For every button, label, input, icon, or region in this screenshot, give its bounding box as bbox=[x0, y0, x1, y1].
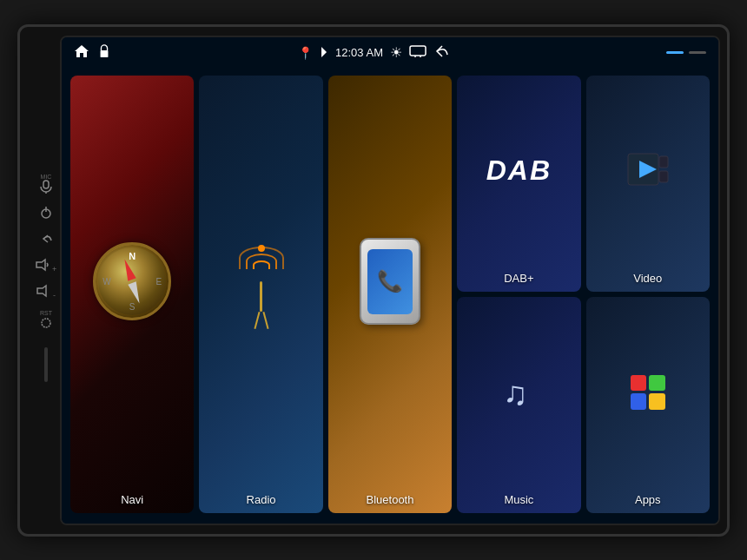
radio-tile[interactable]: Radio bbox=[199, 76, 322, 513]
radio-label: Radio bbox=[247, 493, 276, 506]
status-left bbox=[74, 44, 110, 61]
svg-marker-7 bbox=[75, 45, 89, 57]
radio-icon-area bbox=[199, 76, 322, 488]
apps-grid-icon bbox=[631, 375, 665, 410]
dab-label: DAB+ bbox=[504, 272, 533, 285]
bluetooth-label: Bluetooth bbox=[367, 493, 414, 506]
lock-icon bbox=[98, 44, 110, 61]
navi-label: Navi bbox=[121, 493, 143, 506]
apps-cell-yellow bbox=[649, 393, 665, 410]
dab-text: DAB bbox=[486, 155, 552, 187]
apps-cell-blue bbox=[631, 393, 647, 410]
page-indicators bbox=[666, 51, 706, 54]
svg-text:♫: ♫ bbox=[503, 375, 528, 412]
apps-label: Apps bbox=[635, 493, 661, 506]
video-tile[interactable]: Video bbox=[586, 76, 710, 292]
navi-icon-area: N S E W bbox=[70, 76, 194, 488]
music-tile[interactable]: ♫ Music bbox=[457, 297, 580, 513]
music-note-icon: ♫ bbox=[499, 373, 538, 412]
reset-button[interactable]: RST bbox=[39, 310, 53, 332]
time-display: 12:03 AM bbox=[335, 46, 383, 59]
svg-marker-5 bbox=[37, 286, 46, 296]
navi-tile[interactable]: N S E W Navi bbox=[70, 76, 194, 513]
status-bar: 📍 12:03 AM ☀ bbox=[62, 37, 718, 69]
brightness-icon: ☀ bbox=[390, 44, 402, 61]
apps-cell-red bbox=[631, 375, 647, 392]
volume-up-button[interactable]: + bbox=[36, 258, 56, 273]
apps-icon-area bbox=[586, 297, 710, 488]
svg-rect-0 bbox=[43, 181, 49, 188]
bluetooth-icon-area: 📞 bbox=[328, 76, 452, 488]
side-controls: MIC + bbox=[32, 170, 60, 391]
mic-button[interactable]: MIC bbox=[39, 174, 53, 195]
volume-down-button[interactable]: - bbox=[36, 284, 56, 300]
nav-back-icon[interactable] bbox=[433, 44, 449, 62]
bluetooth-status-icon bbox=[320, 44, 328, 61]
back-button[interactable] bbox=[39, 232, 53, 247]
device-body: MIC + bbox=[17, 24, 730, 537]
svg-marker-4 bbox=[36, 260, 45, 270]
indicator-active bbox=[666, 51, 684, 54]
video-icon-area bbox=[586, 76, 710, 267]
svg-point-6 bbox=[42, 319, 50, 327]
svg-rect-10 bbox=[410, 46, 426, 56]
screen: 📍 12:03 AM ☀ bbox=[60, 36, 720, 525]
radio-tower-icon bbox=[235, 234, 288, 329]
dab-icon-area: DAB bbox=[457, 76, 580, 267]
apps-cell-green bbox=[649, 375, 665, 392]
location-icon: 📍 bbox=[298, 46, 313, 60]
svg-rect-8 bbox=[101, 50, 109, 57]
bluetooth-tile[interactable]: 📞 Bluetooth bbox=[328, 76, 452, 513]
video-play-icon bbox=[626, 152, 670, 187]
video-label: Video bbox=[633, 272, 662, 285]
music-icon-area: ♫ bbox=[457, 297, 580, 488]
power-button[interactable] bbox=[39, 206, 53, 221]
svg-rect-16 bbox=[659, 171, 668, 182]
music-label: Music bbox=[504, 493, 533, 506]
home-icon[interactable] bbox=[74, 44, 89, 61]
svg-rect-15 bbox=[659, 156, 668, 168]
slider-track[interactable] bbox=[44, 347, 48, 382]
phone-icon: 📞 bbox=[360, 238, 420, 325]
indicator-inactive bbox=[689, 51, 706, 54]
dab-tile[interactable]: DAB DAB+ bbox=[457, 76, 580, 292]
screen-icon bbox=[409, 45, 426, 61]
status-center: 📍 12:03 AM ☀ bbox=[298, 44, 449, 62]
main-grid: N S E W Navi bbox=[62, 69, 718, 524]
compass-icon: N S E W bbox=[93, 242, 171, 320]
apps-tile[interactable]: Apps bbox=[586, 297, 710, 513]
